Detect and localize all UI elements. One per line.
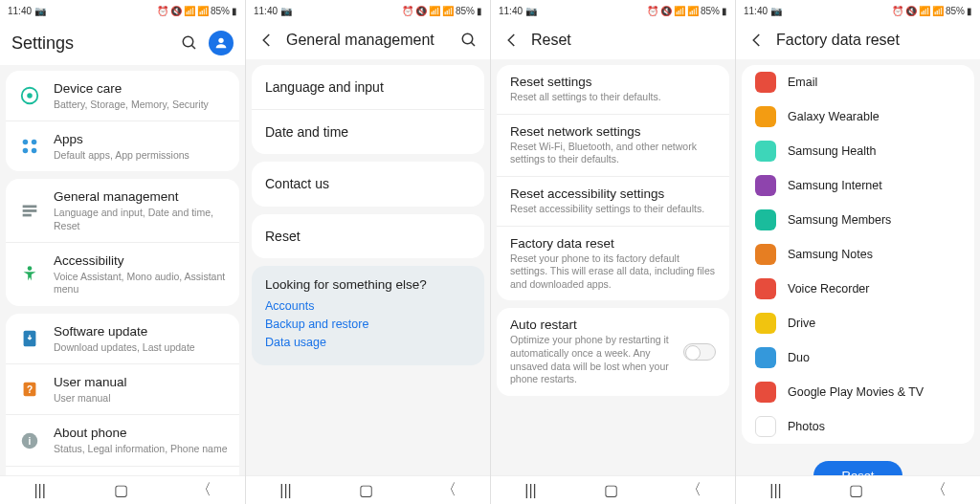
svg-point-8 bbox=[32, 148, 37, 154]
back-icon[interactable] bbox=[502, 31, 522, 50]
screen-general-management: 11:40📷 ⏰🔇📶📶85%▮ General management Langu… bbox=[245, 0, 490, 504]
svg-rect-10 bbox=[23, 209, 37, 212]
gm-row[interactable]: Contact us bbox=[252, 162, 484, 206]
status-battery: 85% bbox=[456, 6, 475, 16]
row-sub: Status, Legal information, Phone name bbox=[54, 443, 228, 456]
app-label: Duo bbox=[788, 351, 810, 364]
auto-restart-toggle[interactable] bbox=[683, 343, 716, 361]
header: Reset bbox=[491, 21, 735, 59]
back-icon[interactable] bbox=[747, 31, 767, 50]
svg-text:?: ? bbox=[27, 384, 33, 395]
reset-title: Reset network settings bbox=[510, 124, 716, 139]
nav-recents-icon[interactable]: ||| bbox=[33, 482, 45, 499]
app-icon bbox=[755, 72, 776, 93]
auto-restart-row[interactable]: Auto restartOptimize your phone by resta… bbox=[497, 308, 729, 396]
app-icon bbox=[755, 416, 776, 437]
status-time: 11:40 bbox=[499, 6, 523, 16]
app-label: Galaxy Wearable bbox=[788, 110, 880, 123]
nav-home-icon[interactable]: ▢ bbox=[114, 481, 128, 499]
reset-sub: Reset Wi-Fi, Bluetooth, and other networ… bbox=[510, 141, 716, 166]
settings-list: Device careBattery, Storage, Memory, Sec… bbox=[0, 65, 245, 475]
status-wifi-icon: 📶 bbox=[429, 6, 440, 16]
settings-row[interactable]: AppsDefault apps, App permissions bbox=[6, 121, 239, 171]
app-row: Samsung Members bbox=[742, 203, 974, 237]
battery-icon: ▮ bbox=[722, 6, 727, 16]
battery-icon: ▮ bbox=[477, 6, 482, 16]
nav-back-icon[interactable]: 〈 bbox=[686, 480, 702, 500]
looking-link[interactable]: Data usage bbox=[265, 336, 471, 349]
gm-row[interactable]: Language and input bbox=[252, 65, 484, 109]
settings-row[interactable]: ?User manualUser manual bbox=[6, 363, 239, 414]
nav-home-icon[interactable]: ▢ bbox=[359, 481, 373, 499]
nav-home-icon[interactable]: ▢ bbox=[604, 481, 618, 499]
app-icon bbox=[755, 313, 776, 334]
status-battery: 85% bbox=[211, 6, 230, 16]
settings-row[interactable]: General managementLanguage and input, Da… bbox=[6, 179, 239, 242]
app-row: Photos bbox=[742, 409, 974, 444]
general-icon bbox=[17, 198, 42, 223]
status-wifi-icon: 📶 bbox=[919, 6, 930, 16]
gm-list: Language and inputDate and timeContact u… bbox=[246, 59, 490, 475]
screen-settings: 11:40📷 ⏰🔇📶📶85%▮ Settings Device careBatt… bbox=[0, 0, 245, 504]
settings-row[interactable]: iAbout phoneStatus, Legal information, P… bbox=[6, 414, 239, 465]
nav-home-icon[interactable]: ▢ bbox=[849, 481, 863, 499]
svg-point-5 bbox=[23, 140, 29, 145]
row-title: Device care bbox=[54, 80, 228, 98]
back-icon[interactable] bbox=[257, 31, 277, 50]
nav-back-icon[interactable]: 〈 bbox=[441, 480, 457, 500]
status-icon: 📷 bbox=[770, 6, 782, 16]
search-icon[interactable] bbox=[180, 33, 199, 53]
app-row: Email bbox=[742, 65, 974, 99]
search-icon[interactable] bbox=[459, 31, 479, 50]
device-care-icon bbox=[17, 83, 42, 108]
nav-recents-icon[interactable]: ||| bbox=[524, 482, 536, 499]
row-text: AppsDefault apps, App permissions bbox=[54, 131, 228, 162]
navbar: ||| ▢ 〈 bbox=[246, 475, 490, 504]
row-sub: User manual bbox=[54, 392, 228, 405]
app-icon bbox=[755, 141, 776, 162]
reset-card: Reset settingsReset all settings to thei… bbox=[497, 65, 729, 300]
auto-restart-text: Auto restartOptimize your phone by resta… bbox=[510, 318, 674, 386]
status-alarm-icon: ⏰ bbox=[892, 6, 903, 16]
status-battery: 85% bbox=[946, 6, 965, 16]
page-title: Factory data reset bbox=[776, 32, 969, 49]
app-row: Samsung Notes bbox=[742, 237, 974, 272]
reset-button[interactable]: Reset bbox=[813, 461, 903, 475]
row-text: User manualUser manual bbox=[54, 374, 228, 405]
gm-row[interactable]: Reset bbox=[252, 214, 484, 258]
reset-item[interactable]: Reset accessibility settingsReset access… bbox=[497, 176, 729, 226]
account-avatar[interactable] bbox=[209, 31, 234, 55]
settings-row[interactable]: AccessibilityVoice Assistant, Mono audio… bbox=[6, 242, 239, 306]
svg-rect-9 bbox=[23, 206, 37, 208]
nav-back-icon[interactable]: 〈 bbox=[931, 480, 947, 500]
svg-point-4 bbox=[27, 93, 33, 99]
navbar: ||| ▢ 〈 bbox=[491, 475, 735, 504]
gm-row[interactable]: Date and time bbox=[252, 109, 484, 154]
statusbar: 11:40📷 ⏰🔇📶📶85%▮ bbox=[491, 0, 735, 21]
page-title: Reset bbox=[531, 32, 724, 49]
app-row: Galaxy Wearable bbox=[742, 99, 974, 134]
reset-item[interactable]: Factory data resetReset your phone to it… bbox=[497, 226, 729, 301]
looking-link[interactable]: Backup and restore bbox=[265, 318, 471, 331]
row-sub: Download updates, Last update bbox=[54, 341, 228, 355]
app-row: Samsung Health bbox=[742, 134, 974, 168]
status-time: 11:40 bbox=[744, 6, 768, 16]
app-label: Samsung Members bbox=[788, 213, 891, 227]
software-icon bbox=[17, 326, 42, 351]
settings-row[interactable]: Software updateDownload updates, Last up… bbox=[6, 314, 239, 363]
status-time: 11:40 bbox=[8, 6, 32, 16]
looking-link[interactable]: Accounts bbox=[265, 299, 471, 313]
settings-row[interactable]: { }Developer optionsDeveloper options bbox=[6, 466, 239, 475]
reset-sub: Reset your phone to its factory default … bbox=[510, 252, 716, 292]
app-label: Email bbox=[788, 76, 817, 89]
row-title: User manual bbox=[54, 374, 228, 391]
nav-back-icon[interactable]: 〈 bbox=[196, 480, 212, 500]
nav-recents-icon[interactable]: ||| bbox=[279, 482, 291, 499]
reset-item[interactable]: Reset settingsReset all settings to thei… bbox=[497, 65, 729, 114]
reset-item[interactable]: Reset network settingsReset Wi-Fi, Bluet… bbox=[497, 114, 729, 176]
app-icon bbox=[755, 347, 776, 368]
app-label: Samsung Health bbox=[788, 144, 876, 158]
nav-recents-icon[interactable]: ||| bbox=[769, 482, 781, 499]
settings-row[interactable]: Device careBattery, Storage, Memory, Sec… bbox=[6, 71, 239, 121]
row-title: Apps bbox=[54, 131, 228, 148]
